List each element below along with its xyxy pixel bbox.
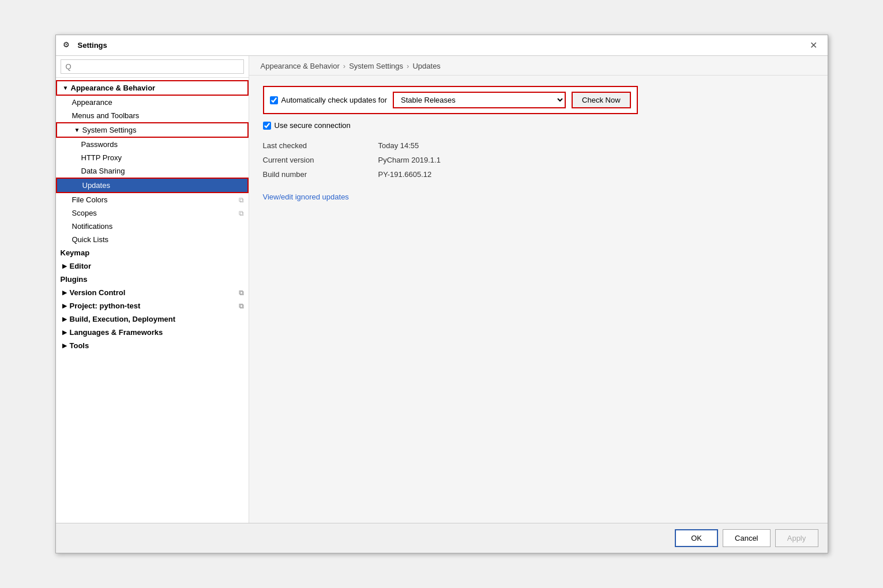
breadcrumb-sep-2: › (407, 62, 409, 70)
file-copy-icon: ⧉ (239, 209, 244, 217)
current-version-value: PyCharm 2019.1.1 (378, 156, 441, 164)
auto-check-row: Automatically check updates for Stable R… (263, 86, 638, 114)
sidebar-item-updates[interactable]: Updates (56, 178, 249, 193)
current-version-label: Current version (263, 156, 355, 164)
ok-button[interactable]: OK (675, 529, 718, 547)
ignored-updates-link[interactable]: View/edit ignored updates (263, 193, 349, 201)
sidebar-item-data-sharing[interactable]: Data Sharing (56, 164, 249, 178)
sidebar-item-label: Keymap (61, 248, 90, 257)
breadcrumb-sep-1: › (343, 62, 345, 70)
sidebar-item-version-control[interactable]: ▶ Version Control ⧉ (56, 286, 249, 299)
sidebar-item-tools[interactable]: ▶ Tools (56, 339, 249, 352)
sidebar-item-label: Menus and Toolbars (72, 111, 140, 120)
sidebar-item-label: Build, Execution, Deployment (70, 315, 175, 323)
sidebar-item-label: Quick Lists (72, 235, 109, 244)
sidebar-item-appearance[interactable]: Appearance (56, 96, 249, 109)
sidebar-item-label: Languages & Frameworks (70, 328, 163, 337)
sidebar-item-label: Scopes (72, 209, 97, 217)
sidebar-item-label: Data Sharing (81, 167, 125, 175)
file-copy-icon: ⧉ (239, 289, 244, 297)
arrow-icon: ▶ (61, 303, 69, 309)
auto-check-checkbox[interactable] (270, 96, 278, 104)
sidebar-item-project[interactable]: ▶ Project: python-test ⧉ (56, 299, 249, 312)
sidebar-item-label: Editor (70, 262, 92, 270)
arrow-icon: ▶ (61, 329, 69, 336)
breadcrumb-item-3: Updates (412, 62, 440, 70)
sidebar-item-languages-frameworks[interactable]: ▶ Languages & Frameworks (56, 326, 249, 339)
sidebar-item-keymap[interactable]: Keymap (56, 246, 249, 259)
sidebar-item-label: File Colors (72, 195, 108, 204)
sidebar-item-label: Plugins (61, 275, 88, 284)
sidebar-item-label: Project: python-test (70, 301, 141, 310)
breadcrumb: Appearance & Behavior › System Settings … (249, 56, 828, 76)
arrow-icon: ▶ (61, 342, 69, 349)
sidebar-item-appearance-behavior[interactable]: ▼ Appearance & Behavior (56, 80, 249, 96)
settings-app-icon: ⚙ (63, 40, 73, 51)
info-row-build-number: Build number PY-191.6605.12 (263, 170, 814, 179)
sidebar-item-label: Appearance & Behavior (71, 84, 156, 92)
sidebar-item-label: Updates (82, 181, 110, 190)
sidebar-item-system-settings[interactable]: ▼ System Settings (56, 122, 249, 138)
cancel-button[interactable]: Cancel (723, 529, 770, 547)
breadcrumb-item-2: System Settings (349, 62, 403, 70)
sidebar-item-quick-lists[interactable]: Quick Lists (56, 233, 249, 246)
sidebar-item-passwords[interactable]: Passwords (56, 138, 249, 151)
close-button[interactable]: ✕ (806, 39, 821, 52)
channel-select[interactable]: Stable Releases Early Access Program Bet… (393, 92, 566, 108)
arrow-icon: ▶ (61, 316, 69, 322)
sidebar-item-label: Version Control (70, 288, 126, 297)
info-table: Last checked Today 14:55 Current version… (263, 141, 814, 179)
search-box (56, 56, 249, 78)
main-content: Appearance & Behavior › System Settings … (249, 56, 828, 523)
sidebar: ▼ Appearance & Behavior Appearance Menus… (56, 56, 249, 523)
sidebar-item-label: Appearance (72, 98, 112, 107)
dialog-title: Settings (78, 41, 107, 50)
breadcrumb-item-1: Appearance & Behavior (261, 62, 340, 70)
sidebar-item-notifications[interactable]: Notifications (56, 220, 249, 233)
sidebar-item-label: System Settings (82, 126, 137, 134)
auto-check-label[interactable]: Automatically check updates for (270, 96, 388, 104)
settings-dialog: ⚙ Settings ✕ ▼ Appearance & Behavior App… (55, 35, 828, 553)
file-copy-icon: ⧉ (239, 302, 244, 310)
sidebar-tree: ▼ Appearance & Behavior Appearance Menus… (56, 78, 249, 523)
sidebar-item-plugins[interactable]: Plugins (56, 273, 249, 286)
secure-connection-row: Use secure connection (263, 121, 814, 130)
build-number-value: PY-191.6605.12 (378, 170, 432, 179)
secure-connection-checkbox[interactable] (263, 122, 271, 130)
sidebar-item-scopes[interactable]: Scopes ⧉ (56, 206, 249, 220)
secure-connection-text: Use secure connection (275, 121, 351, 130)
sidebar-item-label: HTTP Proxy (81, 153, 122, 162)
search-input[interactable] (61, 59, 244, 74)
sidebar-item-menus-toolbars[interactable]: Menus and Toolbars (56, 109, 249, 122)
dialog-body: ▼ Appearance & Behavior Appearance Menus… (56, 56, 828, 523)
sidebar-item-label: Passwords (81, 140, 118, 149)
sidebar-item-file-colors[interactable]: File Colors ⧉ (56, 193, 249, 206)
info-row-last-checked: Last checked Today 14:55 (263, 141, 814, 150)
build-number-label: Build number (263, 170, 355, 179)
arrow-icon: ▼ (73, 127, 81, 133)
title-bar-left: ⚙ Settings (63, 40, 107, 51)
content-area: Automatically check updates for Stable R… (249, 76, 828, 523)
auto-check-text: Automatically check updates for (281, 96, 388, 104)
info-row-current-version: Current version PyCharm 2019.1.1 (263, 156, 814, 164)
sidebar-item-build-exec-deploy[interactable]: ▶ Build, Execution, Deployment (56, 312, 249, 326)
sidebar-item-http-proxy[interactable]: HTTP Proxy (56, 151, 249, 164)
file-copy-icon: ⧉ (239, 196, 244, 204)
secure-connection-label[interactable]: Use secure connection (263, 121, 351, 130)
check-now-button[interactable]: Check Now (572, 92, 630, 108)
dialog-footer: OK Cancel Apply (56, 523, 828, 553)
sidebar-item-label: Notifications (72, 222, 113, 231)
arrow-icon: ▶ (61, 289, 69, 296)
sidebar-item-editor[interactable]: ▶ Editor (56, 259, 249, 273)
last-checked-value: Today 14:55 (378, 141, 419, 150)
sidebar-item-label: Tools (70, 341, 89, 350)
last-checked-label: Last checked (263, 141, 355, 150)
title-bar: ⚙ Settings ✕ (56, 35, 828, 56)
arrow-icon: ▶ (61, 263, 69, 269)
apply-button[interactable]: Apply (775, 529, 818, 547)
arrow-icon: ▼ (62, 85, 70, 91)
